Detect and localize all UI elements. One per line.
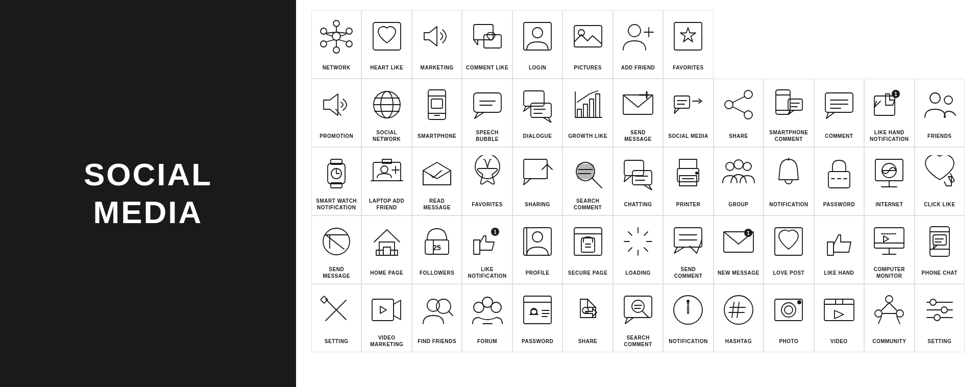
social-network-icon xyxy=(366,84,407,125)
find-friends-label: FIND FRIENDS xyxy=(418,334,456,348)
password2-icon xyxy=(517,289,558,330)
svg-rect-121 xyxy=(390,250,398,255)
svg-rect-68 xyxy=(825,93,853,112)
forum-label: FORUM xyxy=(477,334,497,348)
svg-rect-130 xyxy=(574,228,602,255)
like-hand-icon xyxy=(819,221,860,262)
svg-point-196 xyxy=(785,306,793,314)
dialogue-label: DIALOGUE xyxy=(523,129,552,142)
like-hand-label: LIKE HAND xyxy=(824,266,854,279)
growth-like-icon xyxy=(568,84,608,125)
svg-line-60 xyxy=(732,96,745,103)
icon-cell-like-hand-notification: 1 LIKE HAND NOTIFICATION xyxy=(864,79,914,147)
like-hand-notification-icon: 1 xyxy=(869,84,910,125)
pictures-icon xyxy=(568,16,608,57)
icon-cell-phone-chat: PHONE CHAT xyxy=(915,215,965,284)
svg-line-117 xyxy=(326,235,344,249)
svg-line-91 xyxy=(592,178,602,188)
svg-line-163 xyxy=(326,300,346,321)
notification-label: NOTIFICATION xyxy=(769,198,808,211)
icon-cell-share: SHARE xyxy=(714,79,764,147)
svg-rect-48 xyxy=(583,104,587,117)
svg-line-12 xyxy=(339,40,347,42)
svg-rect-41 xyxy=(524,91,544,106)
icon-cell-comment: COMMENT xyxy=(814,79,864,147)
smartphone-label: SMARTPHONE xyxy=(418,129,456,142)
icon-cell-secure-page: SECURE PAGE xyxy=(562,215,612,284)
hashtag-icon xyxy=(718,289,759,330)
home-page-label: HOME PAGE xyxy=(370,266,403,279)
send-message2-label: SEND MESSAGE xyxy=(315,266,358,279)
svg-point-100 xyxy=(695,172,698,175)
loading-label: LOADING xyxy=(625,266,651,279)
icon-cell-network: NETWORK xyxy=(311,10,361,79)
notification-icon xyxy=(768,153,809,194)
svg-marker-26 xyxy=(680,28,696,42)
icon-cell-like-hand: LIKE HAND xyxy=(814,215,864,284)
smartphone-comment-label: SMARTPHONE COMMENT xyxy=(767,129,810,142)
search-comment2-label: SEARCH COMMENT xyxy=(617,334,659,348)
svg-rect-49 xyxy=(590,99,594,117)
share-label: SHARE xyxy=(729,129,748,142)
icon-cell-loading: LOADING xyxy=(613,215,663,284)
svg-rect-159 xyxy=(933,235,946,245)
icon-cell-search-comment: SEARCH COMMENT xyxy=(562,147,612,215)
svg-point-59 xyxy=(744,111,752,119)
promotion-icon xyxy=(316,84,357,125)
icon-cell-setting2: SETTING xyxy=(915,284,965,352)
svg-point-22 xyxy=(628,25,641,37)
pictures-label: PICTURES xyxy=(574,61,602,74)
icon-cell-find-friends: FIND FRIENDS xyxy=(412,284,462,352)
svg-point-75 xyxy=(930,93,940,103)
send-comment-icon xyxy=(668,221,708,262)
icon-cell-comment-like: COMMENT LIKE xyxy=(462,10,512,79)
svg-line-11 xyxy=(327,34,332,36)
svg-point-215 xyxy=(934,315,940,321)
svg-point-19 xyxy=(532,28,543,38)
send-message2-icon xyxy=(316,221,357,262)
icon-cell-setting: SETTING xyxy=(311,284,361,352)
click-like-label: CLICK LIKE xyxy=(924,198,955,211)
svg-line-142 xyxy=(644,232,648,235)
heart-like-label: HEART LIKE xyxy=(370,61,403,74)
svg-line-208 xyxy=(878,317,881,324)
icon-cell-dialogue: DIALOGUE xyxy=(512,79,562,147)
icon-cell-click-like: CLICK LIKE xyxy=(915,147,965,215)
svg-rect-50 xyxy=(596,94,600,117)
icon-cell-share2: SHARE xyxy=(562,284,612,352)
svg-rect-47 xyxy=(577,109,581,117)
icon-cell-computer-monitor: COMPUTER MONITOR xyxy=(864,215,914,284)
icon-cell-sharing: SHARING xyxy=(512,147,562,215)
laptop-add-friend-icon xyxy=(366,153,407,194)
chatting-icon xyxy=(618,153,658,194)
printer-icon xyxy=(668,153,708,194)
svg-text:1: 1 xyxy=(494,229,497,235)
setting2-icon xyxy=(919,289,960,330)
comment-icon xyxy=(819,84,860,125)
comment-like-icon xyxy=(467,16,508,57)
share2-label: SHARE xyxy=(578,334,598,348)
login-icon xyxy=(517,16,558,57)
svg-rect-151 xyxy=(874,228,904,248)
svg-line-162 xyxy=(326,299,346,320)
network-icon xyxy=(316,16,357,57)
password-icon xyxy=(819,153,860,194)
svg-rect-15 xyxy=(373,22,401,50)
group-label: GROUP xyxy=(728,198,748,211)
icon-cell-profile: PROFILE xyxy=(512,215,562,284)
svg-rect-99 xyxy=(679,176,697,186)
icons-grid: NETWORK HEART LIKE MARKETING COMMENT LIK… xyxy=(311,10,965,352)
icon-cell-read-message: READ MESSAGE xyxy=(412,147,462,215)
svg-point-116 xyxy=(323,228,350,255)
svg-point-214 xyxy=(941,307,947,313)
icon-cell-smart-watch: SMART WATCH NOTIFICATION xyxy=(311,147,361,215)
svg-rect-51 xyxy=(623,95,653,114)
icon-cell-love-post: LOVE POST xyxy=(764,215,814,284)
svg-point-84 xyxy=(381,166,388,173)
video-icon xyxy=(819,289,860,330)
search-comment-label: SEARCH COMMENT xyxy=(566,198,609,211)
social-media-label: SOCIAL MEDIA xyxy=(668,129,708,142)
right-panel: NETWORK HEART LIKE MARKETING COMMENT LIK… xyxy=(296,0,980,387)
icon-cell-social-media: SOCIAL MEDIA xyxy=(663,79,713,147)
like-notification-label: LIKE NOTIFICATION xyxy=(465,266,508,279)
